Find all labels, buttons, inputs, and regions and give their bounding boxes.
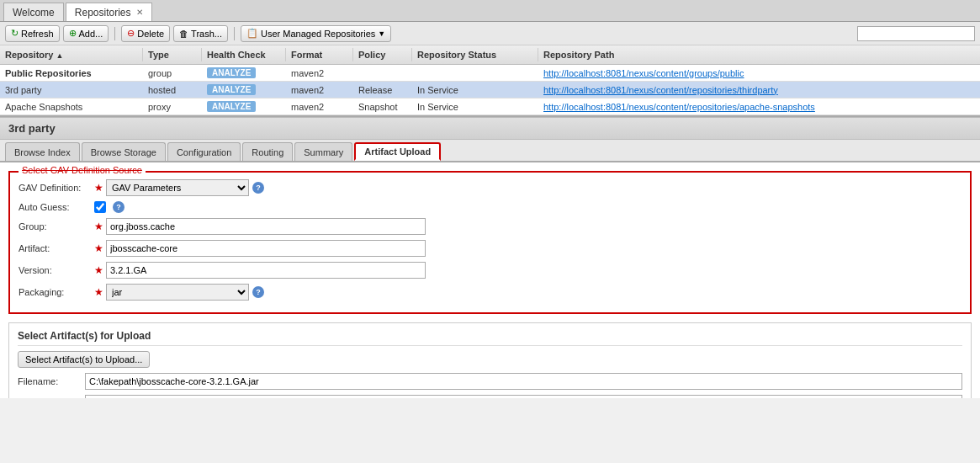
filename-input[interactable] bbox=[85, 373, 962, 390]
col-header-repository[interactable]: Repository bbox=[0, 48, 143, 61]
select-artifacts-button[interactable]: Select Artifact(s) to Upload... bbox=[18, 351, 150, 368]
tab-repositories-label: Repositories bbox=[75, 7, 131, 19]
delete-icon: ⊖ bbox=[127, 28, 135, 39]
cell-policy: Snapshot bbox=[353, 98, 412, 114]
auto-guess-row: Auto Guess: ? bbox=[19, 201, 961, 213]
gav-definition-select[interactable]: GAV ParametersFrom POM bbox=[106, 179, 249, 196]
cell-path: http://localhost:8081/nexus/content/repo… bbox=[538, 82, 980, 98]
table-row[interactable]: 3rd party hosted ANALYZE maven2 Release … bbox=[0, 82, 980, 98]
toolbar: ↻ Refresh ⊕ Add... ⊖ Delete 🗑 Trash... 📋… bbox=[0, 22, 980, 45]
required-star-version: ★ bbox=[94, 264, 103, 276]
refresh-label: Refresh bbox=[21, 29, 54, 39]
delete-button[interactable]: ⊖ Delete bbox=[121, 25, 170, 42]
tab-welcome-label: Welcome bbox=[13, 7, 55, 19]
table-row[interactable]: Apache Snapshots proxy ANALYZE maven2 Sn… bbox=[0, 98, 980, 115]
cell-status: In Service bbox=[412, 98, 538, 114]
delete-label: Delete bbox=[137, 29, 164, 39]
filename-row: Filename: bbox=[18, 373, 962, 390]
cell-format: maven2 bbox=[286, 98, 353, 114]
cell-type: proxy bbox=[143, 98, 202, 114]
trash-button[interactable]: 🗑 Trash... bbox=[173, 25, 228, 42]
cell-health-check: ANALYZE bbox=[202, 98, 286, 114]
add-button[interactable]: ⊕ Add... bbox=[63, 25, 109, 42]
group-row: Group: ★ bbox=[19, 218, 961, 235]
dropdown-icon: ▼ bbox=[378, 29, 385, 38]
cell-status: In Service bbox=[412, 82, 538, 98]
tab-repositories[interactable]: Repositories ✕ bbox=[66, 3, 152, 21]
col-header-health-check[interactable]: Health Check bbox=[202, 48, 286, 61]
tab-summary[interactable]: Summary bbox=[294, 142, 352, 161]
tab-browse-index[interactable]: Browse Index bbox=[5, 142, 80, 161]
refresh-icon: ↻ bbox=[11, 28, 19, 39]
auto-guess-checkbox[interactable] bbox=[94, 201, 106, 213]
artifact-row: Artifact: ★ bbox=[19, 240, 961, 257]
required-star-packaging: ★ bbox=[94, 286, 103, 298]
upload-section: Select Artifact(s) for Upload Select Art… bbox=[8, 322, 972, 398]
version-row: Version: ★ bbox=[19, 262, 961, 279]
gav-definition-label: GAV Definition: bbox=[19, 183, 94, 193]
col-header-type[interactable]: Type bbox=[143, 48, 202, 61]
cell-format: maven2 bbox=[286, 65, 353, 81]
trash-label: Trash... bbox=[191, 29, 222, 39]
classifier-input[interactable] bbox=[85, 395, 962, 398]
help-icon[interactable]: ? bbox=[252, 182, 264, 194]
analyze-button[interactable]: ANALYZE bbox=[207, 101, 256, 112]
upload-section-title: Select Artifact(s) for Upload bbox=[18, 330, 962, 346]
analyze-button[interactable]: ANALYZE bbox=[207, 67, 256, 78]
group-input[interactable] bbox=[106, 218, 426, 235]
refresh-button[interactable]: ↻ Refresh bbox=[5, 25, 60, 42]
cell-status bbox=[412, 65, 538, 81]
section-title: 3rd party bbox=[0, 117, 980, 140]
tab-artifact-upload[interactable]: Artifact Upload bbox=[354, 142, 441, 161]
cell-type: hosted bbox=[143, 82, 202, 98]
col-header-path[interactable]: Repository Path bbox=[538, 48, 980, 61]
user-managed-button[interactable]: 📋 User Managed Repositories ▼ bbox=[241, 25, 391, 42]
auto-guess-label: Auto Guess: bbox=[19, 202, 94, 212]
cell-repository: Public Repositories bbox=[0, 65, 143, 81]
cell-path: http://localhost:8081/nexus/content/repo… bbox=[538, 98, 980, 114]
detail-tab-bar: Browse Index Browse Storage Configuratio… bbox=[0, 140, 980, 162]
required-star-group: ★ bbox=[94, 221, 103, 232]
table-row[interactable]: Public Repositories group ANALYZE maven2… bbox=[0, 65, 980, 82]
toolbar-search-area bbox=[857, 26, 975, 41]
trash-icon: 🗑 bbox=[179, 29, 188, 39]
cell-repository: 3rd party bbox=[0, 82, 143, 98]
artifact-label: Artifact: bbox=[19, 243, 94, 253]
filename-label: Filename: bbox=[18, 376, 85, 386]
gav-section-title: Select GAV Definition Source bbox=[19, 165, 146, 175]
toolbar-sep-1 bbox=[114, 27, 115, 40]
toolbar-sep-2 bbox=[234, 27, 235, 40]
version-label: Version: bbox=[19, 265, 94, 275]
packaging-label: Packaging: bbox=[19, 287, 94, 297]
detail-content: Select GAV Definition Source GAV Definit… bbox=[0, 162, 980, 398]
gav-definition-row: GAV Definition: ★ GAV ParametersFrom POM… bbox=[19, 179, 961, 196]
tab-configuration[interactable]: Configuration bbox=[167, 142, 241, 161]
col-header-status[interactable]: Repository Status bbox=[412, 48, 538, 61]
analyze-button[interactable]: ANALYZE bbox=[207, 84, 256, 95]
grid-header: Repository Type Health Check Format Poli… bbox=[0, 45, 980, 65]
artifact-input[interactable] bbox=[106, 240, 426, 257]
tab-routing[interactable]: Routing bbox=[242, 142, 293, 161]
help-icon-auto-guess[interactable]: ? bbox=[113, 201, 124, 213]
cell-path: http://localhost:8081/nexus/content/grou… bbox=[538, 65, 980, 81]
cell-policy: Release bbox=[353, 82, 412, 98]
tab-browse-storage[interactable]: Browse Storage bbox=[82, 142, 166, 161]
cell-health-check: ANALYZE bbox=[202, 65, 286, 81]
version-input[interactable] bbox=[106, 262, 426, 279]
user-managed-label: User Managed Repositories bbox=[261, 29, 375, 39]
help-icon-packaging[interactable]: ? bbox=[252, 286, 264, 298]
add-icon: ⊕ bbox=[69, 28, 77, 39]
cell-type: group bbox=[143, 65, 202, 81]
cell-health-check: ANALYZE bbox=[202, 82, 286, 98]
col-header-policy[interactable]: Policy bbox=[353, 48, 412, 61]
group-label: Group: bbox=[19, 221, 94, 232]
tab-repositories-close[interactable]: ✕ bbox=[136, 8, 143, 17]
cell-policy bbox=[353, 65, 412, 81]
cell-repository: Apache Snapshots bbox=[0, 98, 143, 114]
tab-welcome[interactable]: Welcome bbox=[3, 3, 64, 21]
packaging-row: Packaging: ★ jarwarpomejb ? bbox=[19, 284, 961, 301]
packaging-select[interactable]: jarwarpomejb bbox=[106, 284, 249, 301]
required-star-artifact: ★ bbox=[94, 242, 103, 254]
search-input[interactable] bbox=[857, 26, 975, 41]
col-header-format[interactable]: Format bbox=[286, 48, 353, 61]
